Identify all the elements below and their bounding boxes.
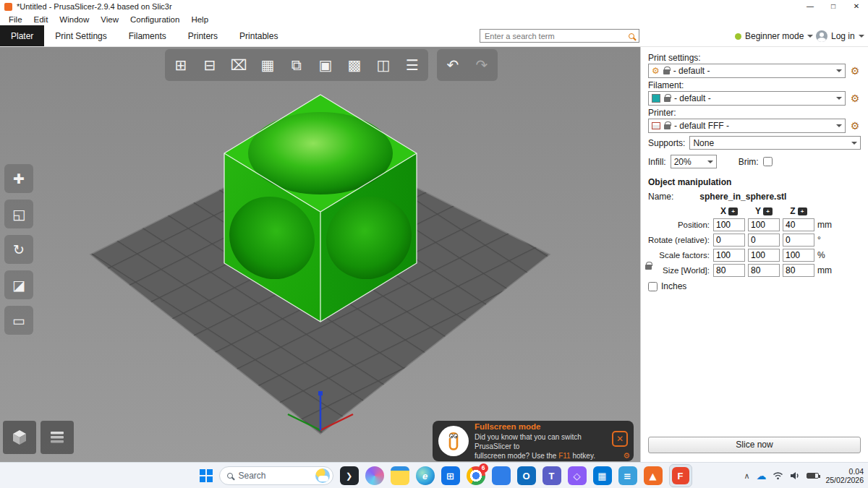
print-settings-combo[interactable]: ⚙ - default -: [648, 64, 846, 78]
taskbar-active-app[interactable]: F: [669, 464, 692, 487]
menu-file[interactable]: File: [3, 15, 28, 24]
menu-help[interactable]: Help: [185, 15, 214, 24]
start-button[interactable]: [200, 469, 213, 482]
tab-filaments[interactable]: Filaments: [118, 25, 177, 46]
delete-object-button[interactable]: ⊟: [195, 51, 224, 80]
taskbar-clock[interactable]: 0.04 25/02/2026: [825, 467, 864, 484]
delete-object-icon: ⊟: [204, 56, 216, 74]
taskbar-teams-icon[interactable]: T: [542, 466, 561, 485]
layer-height-icon: ☰: [406, 56, 419, 74]
split-object-button[interactable]: ◫: [369, 51, 398, 80]
edit-printer-button[interactable]: ⚙: [849, 120, 861, 132]
add-object-button[interactable]: ⊞: [166, 51, 195, 80]
titlebar: *Untitled - PrusaSlicer-2.9.4 based on S…: [0, 0, 868, 13]
object-manipulation-title: Object manipulation: [648, 177, 861, 187]
3d-scene[interactable]: [0, 47, 640, 462]
login-control[interactable]: Log in: [816, 25, 864, 47]
slice-now-button[interactable]: Slice now: [648, 437, 861, 453]
brim-checkbox[interactable]: [763, 157, 773, 166]
filament-combo[interactable]: - default -: [648, 91, 846, 106]
printer-combo[interactable]: - default FFF -: [648, 119, 846, 133]
position-x-input[interactable]: [713, 218, 745, 231]
axis-y-icon[interactable]: +: [763, 207, 773, 215]
weather-icon[interactable]: [315, 468, 330, 483]
onedrive-icon[interactable]: ☁: [756, 470, 766, 481]
search-icon[interactable]: [629, 33, 634, 39]
notification-close-button[interactable]: ✕: [612, 431, 628, 447]
add-instance-button[interactable]: ▩: [340, 51, 369, 80]
menu-configuration[interactable]: Configuration: [124, 15, 185, 24]
infill-combo[interactable]: 20%: [671, 155, 717, 168]
place-on-face-button[interactable]: ◪: [4, 270, 33, 299]
uniform-scale-lock-icon[interactable]: [645, 265, 652, 270]
taskbar-code-icon[interactable]: ◇: [568, 466, 587, 485]
supports-combo[interactable]: None: [689, 136, 861, 150]
redo-button[interactable]: ↷: [467, 51, 496, 80]
copy-button[interactable]: ⧉: [282, 51, 311, 80]
axis-header-row: X+ Y+ Z+: [648, 206, 861, 216]
close-button[interactable]: ✕: [845, 0, 868, 13]
filament-color-swatch: [652, 94, 660, 103]
editor-view-button[interactable]: [3, 421, 36, 454]
paste-button[interactable]: ▣: [311, 51, 340, 80]
taskbar-chrome-icon[interactable]: 6: [467, 466, 485, 485]
tab-print-settings[interactable]: Print Settings: [44, 25, 117, 46]
taskbar-notepad-icon[interactable]: ≡: [618, 466, 637, 485]
search-input[interactable]: [483, 31, 627, 41]
mode-selector[interactable]: Beginner mode: [735, 25, 813, 47]
taskbar-store-icon[interactable]: ⊞: [441, 466, 460, 485]
scale-gizmo-button[interactable]: ◱: [4, 200, 33, 228]
volume-icon[interactable]: [790, 471, 800, 480]
axis-x-icon[interactable]: +: [728, 207, 738, 215]
rotate-x-input[interactable]: [713, 234, 745, 247]
battery-icon[interactable]: [807, 473, 819, 479]
position-y-input[interactable]: [748, 218, 780, 231]
minimize-button[interactable]: —: [799, 0, 822, 13]
tab-printables[interactable]: Printables: [229, 25, 289, 46]
preview-view-button[interactable]: [41, 421, 74, 454]
taskbar-copilot-icon[interactable]: [365, 466, 384, 485]
taskbar-outlook-icon[interactable]: O: [517, 466, 536, 485]
axis-z-icon[interactable]: +: [798, 207, 807, 215]
menu-view[interactable]: View: [95, 15, 124, 24]
size-z-input[interactable]: [783, 264, 814, 277]
lock-icon: [663, 69, 670, 74]
edit-print-settings-button[interactable]: ⚙: [849, 65, 861, 77]
position-z-input[interactable]: [783, 218, 814, 231]
taskbar-calculator-icon[interactable]: ▦: [593, 466, 612, 485]
delete-all-icon: ⌧: [230, 56, 247, 74]
position-label: Position:: [648, 221, 710, 229]
measure-button[interactable]: ▭: [4, 306, 33, 335]
undo-button[interactable]: ↶: [438, 51, 467, 80]
menu-edit[interactable]: Edit: [28, 15, 54, 24]
taskbar-terminal-icon[interactable]: ❯: [340, 466, 359, 485]
taskbar-edge-icon[interactable]: e: [416, 466, 435, 485]
tab-plater[interactable]: Plater: [0, 25, 44, 46]
rotate-y-input[interactable]: [748, 234, 780, 247]
size-x-input[interactable]: [713, 264, 745, 277]
menu-window[interactable]: Window: [54, 15, 95, 24]
edit-filament-button[interactable]: ⚙: [849, 93, 861, 104]
size-y-input[interactable]: [748, 264, 780, 277]
inches-checkbox[interactable]: [648, 282, 658, 291]
maximize-button[interactable]: □: [822, 0, 845, 13]
3d-viewport[interactable]: ⊞ ⊟ ⌧ ▦ ⧉ ▣ ▩ ◫ ☰ ↶ ↷ ✚ ◱ ↻ ◪ ▭: [0, 47, 640, 462]
layer-height-button[interactable]: ☰: [398, 51, 427, 80]
taskbar-search[interactable]: Search: [219, 466, 333, 485]
scale-x-input[interactable]: [713, 249, 745, 262]
rotate-gizmo-button[interactable]: ↻: [4, 235, 33, 264]
scale-y-input[interactable]: [748, 249, 780, 262]
arrange-button[interactable]: ▦: [253, 51, 282, 80]
taskbar-file-explorer-icon[interactable]: [391, 466, 409, 485]
delete-all-button[interactable]: ⌧: [224, 51, 253, 80]
move-gizmo-button[interactable]: ✚: [4, 164, 33, 193]
axis-y-label: Y: [755, 206, 761, 216]
notification-settings-icon[interactable]: ⚙: [623, 451, 630, 461]
scale-z-input[interactable]: [783, 249, 814, 262]
taskbar-photos-icon[interactable]: [492, 466, 511, 485]
tray-chevron-icon[interactable]: ∧: [744, 471, 749, 481]
tab-printers[interactable]: Printers: [177, 25, 229, 46]
taskbar-prusaslicer-icon[interactable]: ▲: [644, 466, 663, 485]
rotate-z-input[interactable]: [783, 234, 814, 247]
wifi-icon[interactable]: [773, 471, 783, 480]
